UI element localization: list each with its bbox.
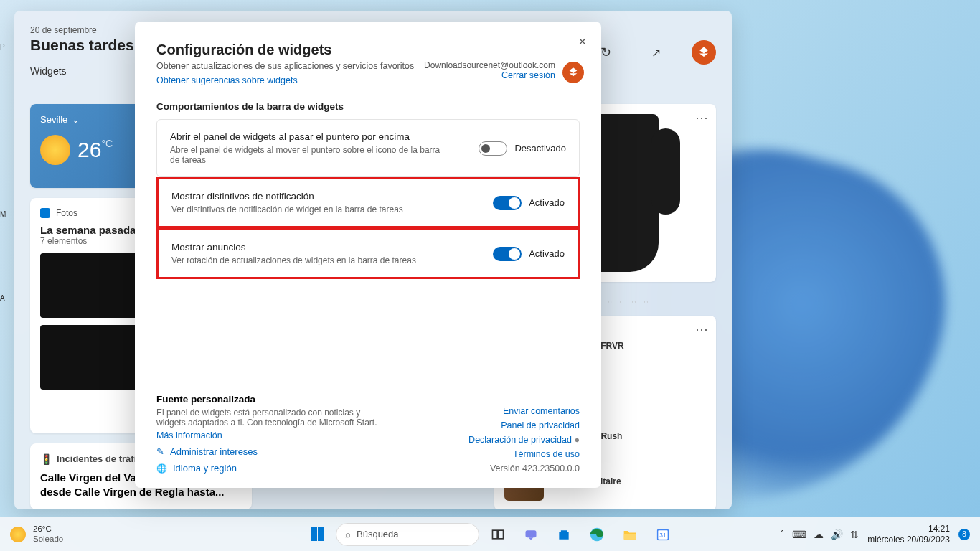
store-button[interactable] <box>550 520 578 549</box>
version-label: Versión 423.23500.0.0 <box>468 463 580 474</box>
account-info: Downloadsourcenet@outlook.com Cerrar ses… <box>424 60 555 80</box>
onedrive-icon[interactable]: ☁ <box>814 529 824 540</box>
more-info-link[interactable]: Más información <box>156 430 386 441</box>
sun-icon <box>40 135 70 165</box>
svg-text:31: 31 <box>659 532 666 539</box>
calendar-button[interactable]: 31 <box>649 520 677 549</box>
chevron-up-icon[interactable]: ˄ <box>780 529 785 540</box>
notification-badge[interactable]: 8 <box>958 529 970 540</box>
weather-temperature: 26°C <box>77 138 113 162</box>
keyboard-icon[interactable]: ⌨ <box>792 529 806 540</box>
search-placeholder: Búsqueda <box>357 529 399 540</box>
privacy-panel-link[interactable]: Panel de privacidad <box>468 420 580 430</box>
expand-button[interactable]: ↗ <box>641 38 670 67</box>
sign-out-link[interactable]: Cerrar sesión <box>424 70 555 80</box>
chat-button[interactable] <box>517 520 545 549</box>
taskbar-temperature: 26°C <box>33 524 63 534</box>
manage-interests-link[interactable]: ✎Administrar intereses <box>156 446 386 457</box>
desktop-icon-stub: A <box>0 294 10 297</box>
setting-row: Mostrar anunciosVer rotación de actualiz… <box>156 228 580 279</box>
sun-icon <box>10 527 26 542</box>
system-tray[interactable]: ˄ ⌨ ☁ 🔊 ⇅ <box>780 529 859 540</box>
globe-icon: 🌐 <box>156 463 167 474</box>
svg-rect-4 <box>624 534 636 540</box>
feedback-link[interactable]: Enviar comentarios <box>468 406 580 416</box>
chevron-down-icon: ⌄ <box>72 114 80 125</box>
toggle-state-label: Desactivado <box>514 143 566 154</box>
setting-title: Mostrar distintivos de notificación <box>171 191 403 202</box>
setting-title: Mostrar anuncios <box>171 242 416 253</box>
explorer-button[interactable] <box>616 520 644 549</box>
edge-button[interactable] <box>583 520 611 549</box>
start-button[interactable] <box>303 520 331 549</box>
desktop-icon-stub: M <box>0 210 10 213</box>
toggle-state-label: Activado <box>529 197 565 208</box>
setting-row: Abrir el panel de widgets al pasar el pu… <box>156 119 580 177</box>
custom-feed-desc: El panel de widgets está personalizado c… <box>156 408 386 428</box>
svg-rect-2 <box>526 530 537 537</box>
pencil-icon: ✎ <box>156 446 164 457</box>
section-behaviors-title: Comportamientos de la barra de widgets <box>156 101 580 112</box>
modal-title: Configuración de widgets <box>156 42 580 58</box>
setting-desc: Ver distintivos de notificación de widge… <box>171 204 403 215</box>
search-icon: ⌕ <box>345 529 351 540</box>
language-region-link[interactable]: 🌐Idioma y región <box>156 463 386 474</box>
volume-icon[interactable]: 🔊 <box>831 529 843 540</box>
taskbar-clock[interactable]: 14:21 miércoles 20/09/2023 <box>867 524 950 545</box>
user-avatar[interactable] <box>692 40 716 65</box>
clock-date: miércoles 20/09/2023 <box>867 534 950 545</box>
desktop-icon-stub: P <box>0 43 10 46</box>
svg-rect-1 <box>499 530 504 539</box>
setting-row: Mostrar distintivos de notificaciónVer d… <box>156 177 580 228</box>
search-box[interactable]: ⌕ Búsqueda <box>336 523 479 546</box>
taskbar-weather[interactable]: 26°C Soleado <box>0 524 63 543</box>
network-icon[interactable]: ⇅ <box>850 529 859 540</box>
toggle-switch[interactable] <box>493 247 522 261</box>
toggle-switch[interactable] <box>493 196 522 210</box>
privacy-declaration-link[interactable]: Declaración de privacidad ● <box>468 435 580 445</box>
widget-settings-modal: ✕ Configuración de widgets Obtener actua… <box>135 22 601 488</box>
setting-desc: Ver rotación de actualizaciones de widge… <box>171 255 416 265</box>
card-more-button[interactable]: ⋯ <box>695 110 709 126</box>
close-button[interactable]: ✕ <box>578 36 587 47</box>
custom-feed-title: Fuente personalizada <box>156 394 386 405</box>
card-more-button[interactable]: ⋯ <box>695 321 709 337</box>
account-avatar[interactable] <box>562 62 584 83</box>
setting-title: Abrir el panel de widgets al pasar el pu… <box>170 131 443 142</box>
clock-time: 14:21 <box>867 524 950 534</box>
account-email: Downloadsourcenet@outlook.com <box>424 60 555 70</box>
taskbar: 26°C Soleado ⌕ Búsqueda 31 ˄ ⌨ ☁ 🔊 ⇅ 14:… <box>0 517 980 551</box>
terms-link[interactable]: Términos de uso <box>468 449 580 459</box>
svg-rect-0 <box>493 530 498 539</box>
setting-desc: Abre el panel de widgets al mover el pun… <box>170 145 443 165</box>
toggle-switch[interactable] <box>479 141 507 156</box>
toggle-state-label: Activado <box>529 248 565 259</box>
task-view-button[interactable] <box>484 520 512 549</box>
taskbar-condition: Soleado <box>33 534 63 544</box>
